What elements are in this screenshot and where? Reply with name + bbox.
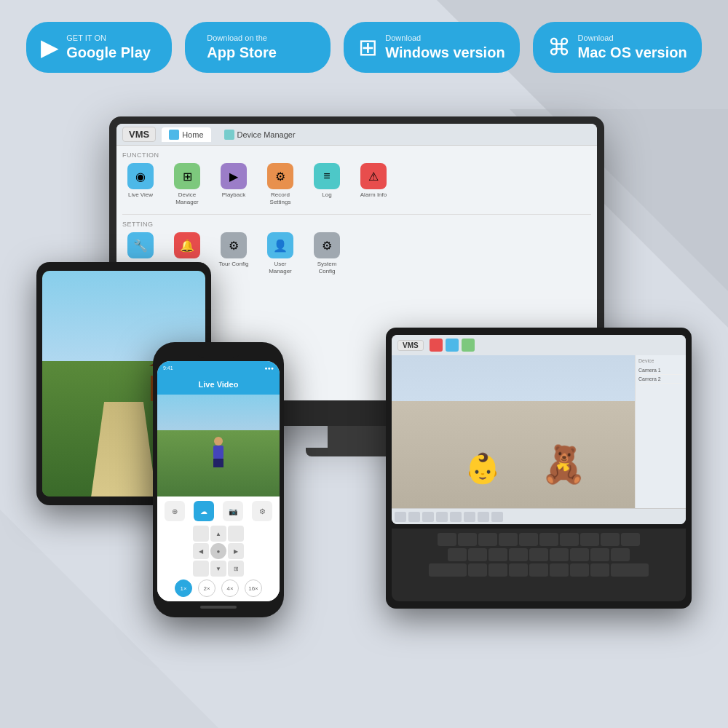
vms-icon-playback[interactable]: ▶ Playback (215, 163, 252, 205)
live-view-label: Live View (128, 191, 153, 199)
dpad-left[interactable]: ◀ (193, 543, 209, 559)
key-a (448, 548, 467, 561)
phone-notch (197, 351, 240, 358)
macos-button[interactable]: ⌘ Download Mac OS version (533, 22, 702, 73)
google-play-small: GET IT ON (66, 33, 151, 43)
macos-big: Mac OS version (578, 44, 687, 61)
key-shift (429, 563, 467, 577)
vms-icon-record-settings[interactable]: ⚙ Record Settings (262, 163, 298, 205)
vms-sidebar-item-1[interactable]: Camera 1 (638, 366, 683, 375)
phone-person (211, 437, 226, 466)
key-r (499, 533, 518, 546)
baby-scene: 👶 🧸 (392, 355, 635, 508)
device-manager-label: Device Manager (169, 191, 205, 205)
header-buttons-row: ▶ GET IT ON Google Play Download on the … (0, 22, 728, 73)
toolbar-btn-6[interactable] (464, 512, 475, 522)
phone-app: 9:41 ●●● Live Video (157, 361, 280, 601)
key-d (488, 548, 507, 561)
phone-controls-row1: ⊕ ☁ 📷 ⚙ (160, 501, 277, 521)
device-config-icon: 🔧 (127, 232, 154, 258)
keyboard-row-2 (395, 548, 683, 561)
key-l (611, 548, 630, 561)
device-manager-tab-icon (224, 130, 234, 140)
google-play-icon: ▶ (41, 33, 59, 61)
vms-right-toolbar (392, 508, 686, 524)
key-m (590, 563, 609, 577)
toolbar-btn-2[interactable] (408, 512, 420, 522)
vms-icon-tour-config[interactable]: ⚙ Tour Config (215, 232, 252, 274)
google-play-big: Google Play (66, 44, 151, 61)
macos-small: Download (578, 33, 687, 43)
vms-tab-device-manager[interactable]: Device Manager (217, 127, 303, 142)
vms-sidebar-item-2[interactable]: Camera 2 (638, 375, 683, 384)
vms-sidebar-label: Device (638, 358, 683, 363)
vms-right-sidebar: Device Camera 1 Camera 2 (635, 355, 686, 508)
person-body (213, 446, 223, 459)
phone-ctrl-btn-1[interactable]: ⊕ (165, 501, 185, 521)
user-manager-label: User Manager (262, 261, 298, 274)
key-x (488, 563, 507, 577)
garden-path (91, 402, 157, 496)
toolbar-btn-7[interactable] (478, 512, 489, 522)
vms-tab-home[interactable]: Home (162, 127, 210, 142)
vms-right-tab-1[interactable] (430, 339, 443, 352)
toolbar-btn-8[interactable] (491, 512, 503, 522)
dpad-up[interactable]: ▲ (210, 526, 226, 542)
dpad-empty-3 (193, 561, 209, 577)
vms-right-tab-3[interactable] (462, 339, 475, 352)
zoom-level-2[interactable]: 2× (198, 579, 215, 597)
vms-icon-user-manager[interactable]: 👤 User Manager (262, 232, 298, 274)
phone-home-indicator (200, 606, 237, 609)
dpad-center[interactable]: ● (210, 543, 226, 559)
toolbar-btn-4[interactable] (436, 512, 448, 522)
function-icons-row: ◉ Live View ⊞ Device Manager ▶ Playback (122, 163, 591, 205)
app-store-button[interactable]: Download on the App Store (185, 22, 331, 73)
phone-screen: 9:41 ●●● Live Video (157, 361, 280, 601)
dpad-extra[interactable]: ⊞ (228, 561, 244, 577)
phone-video-area (157, 395, 280, 496)
live-view-icon: ◉ (127, 163, 154, 189)
record-settings-icon: ⚙ (267, 163, 293, 189)
phone-status-signal: ●●● (264, 365, 274, 371)
vms-right-tab-2[interactable] (446, 339, 459, 352)
toolbar-btn-5[interactable] (450, 512, 462, 522)
phone-topbar: Live Video (157, 374, 280, 395)
device-manager-tab-label: Device Manager (237, 130, 296, 139)
record-settings-label: Record Settings (262, 191, 298, 205)
tablet-right: VMS 👶 🧸 (386, 328, 692, 609)
key-p (621, 533, 640, 546)
zoom-level-4[interactable]: 16× (245, 579, 262, 597)
windows-text: Download Windows version (385, 33, 505, 60)
google-play-text: GET IT ON Google Play (66, 33, 151, 60)
home-tab-label: Home (182, 130, 203, 139)
phone-ctrl-btn-2[interactable]: ☁ (194, 501, 214, 521)
windows-small: Download (385, 33, 505, 43)
toolbar-btn-1[interactable] (395, 512, 406, 522)
zoom-level-1[interactable]: 1× (175, 579, 192, 597)
zoom-level-3[interactable]: 4× (221, 579, 239, 597)
dpad-right[interactable]: ▶ (228, 543, 244, 559)
phone-status-time: 9:41 (163, 365, 173, 371)
app-store-small: Download on the (207, 33, 277, 43)
vms-icon-live-view[interactable]: ◉ Live View (122, 163, 159, 205)
alarm-info-label: Alarm Info (360, 191, 387, 199)
key-e (478, 533, 497, 546)
phone-frame: 9:41 ●●● Live Video (153, 342, 284, 617)
toolbar-btn-3[interactable] (422, 512, 434, 522)
dpad-down[interactable]: ▼ (210, 561, 226, 577)
vms-divider (122, 214, 591, 215)
phone-ctrl-btn-3[interactable]: 📷 (223, 501, 243, 521)
person-legs (213, 459, 223, 467)
phone-ctrl-btn-4[interactable]: ⚙ (252, 501, 272, 521)
vms-icon-log[interactable]: ≡ Log (309, 163, 345, 205)
key-v (529, 563, 548, 577)
person-head (214, 437, 223, 446)
google-play-button[interactable]: ▶ GET IT ON Google Play (26, 22, 172, 73)
vms-right-ui: VMS 👶 🧸 (392, 335, 686, 524)
windows-button[interactable]: ⊞ Download Windows version (344, 22, 519, 73)
vms-icon-system-config[interactable]: ⚙ System Config (309, 232, 345, 274)
dpad-empty-1 (193, 526, 209, 542)
tour-config-label: Tour Config (219, 261, 249, 268)
vms-icon-alarm-info[interactable]: ⚠ Alarm Info (355, 163, 392, 205)
vms-icon-device-manager[interactable]: ⊞ Device Manager (169, 163, 205, 205)
